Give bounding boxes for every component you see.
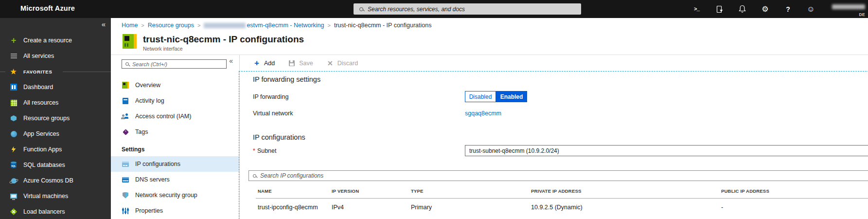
- main-content: + Add Save ✕ Discard IP forwarding setti…: [240, 55, 868, 219]
- menu-items: Overview Activity log Access control (IA…: [111, 77, 239, 219]
- column-header-ip-version[interactable]: IP VERSION: [330, 181, 409, 199]
- close-icon: ✕: [326, 59, 334, 67]
- dns-icon: [122, 176, 129, 183]
- balancer-icon: [10, 208, 18, 216]
- page-title: trust-nic-q8ecmm - IP configurations: [143, 34, 304, 45]
- cell-name: trust-ipconfig-q8ecmm: [256, 199, 330, 216]
- grid-icon: [10, 99, 18, 107]
- column-header-type[interactable]: TYPE: [409, 181, 529, 199]
- title-block: trust-nic-q8ecmm - IP configurations Net…: [123, 34, 304, 52]
- sidebar-item-virtual-machines[interactable]: Virtual machines: [0, 188, 111, 204]
- search-icon: [359, 7, 363, 11]
- account-menu[interactable]: DE: [832, 2, 865, 17]
- section-title-ip-forwarding: IP forwarding settings: [253, 75, 868, 83]
- cell-public-ip: -: [719, 199, 868, 216]
- table-row[interactable]: trust-ipconfig-q8ecmm IPv4 Primary 10.9.…: [256, 199, 868, 216]
- left-sidebar: « + Create a resource All services ★ FAV…: [0, 18, 111, 219]
- ip-configurations-search-input[interactable]: Search IP configurations: [248, 170, 868, 181]
- feedback-smiley-icon[interactable]: ☺: [807, 5, 815, 14]
- toggle-option-disabled[interactable]: Disabled: [465, 91, 496, 102]
- sidebar-item-create-a-resource[interactable]: + Create a resource: [0, 33, 111, 48]
- sliders-icon: [122, 207, 129, 215]
- database-icon: [10, 161, 18, 169]
- sidebar-item-dashboard[interactable]: Dashboard: [0, 79, 111, 95]
- user-name-redacted: [832, 4, 865, 9]
- access-control-icon: [122, 112, 129, 120]
- column-header-private-ip[interactable]: PRIVATE IP ADDRESS: [529, 181, 719, 199]
- search-icon: [253, 174, 256, 178]
- star-icon: ★: [10, 68, 18, 75]
- ip-forwarding-label: IP forwarding: [253, 93, 465, 100]
- notifications-bell-icon[interactable]: [738, 5, 746, 14]
- sidebar-item-app-services[interactable]: App Services: [0, 126, 111, 142]
- help-icon[interactable]: ?: [784, 5, 792, 14]
- sidebar-item-load-balancers[interactable]: Load balancers: [0, 204, 111, 219]
- breadcrumb-home[interactable]: Home: [122, 22, 138, 29]
- network-interface-icon: [123, 34, 137, 49]
- brand-logo[interactable]: Microsoft Azure: [20, 4, 75, 12]
- cell-private-ip: 10.9.2.5 (Dynamic): [529, 199, 719, 216]
- directory-label: DE: [832, 12, 865, 17]
- menu-section-settings: Settings: [111, 143, 239, 156]
- cube-icon: [10, 114, 18, 122]
- subnet-select[interactable]: trust-subnet-q8ecmm (10.9.2.0/24): [465, 145, 868, 156]
- favorites-divider: [63, 72, 111, 72]
- settings-panel: IP forwarding settings IP forwarding Dis…: [239, 71, 868, 219]
- virtual-network-link[interactable]: sgqaq8ecmm: [465, 110, 501, 117]
- breadcrumb-separator: >: [141, 22, 144, 28]
- sidebar-items: + Create a resource All services ★ FAVOR…: [0, 18, 111, 219]
- save-button[interactable]: Save: [288, 59, 313, 67]
- subnet-label: *Subnet: [253, 147, 465, 154]
- table-header-row: NAME IP VERSION TYPE PRIVATE IP ADDRESS …: [256, 181, 868, 199]
- toggle-option-enabled[interactable]: Enabled: [496, 91, 527, 102]
- settings-gear-icon[interactable]: ⚙: [761, 5, 769, 14]
- breadcrumb-separator: >: [328, 22, 331, 28]
- sidebar-item-azure-cosmos-db[interactable]: Azure Cosmos DB: [0, 173, 111, 188]
- menu-item-activity-log[interactable]: Activity log: [111, 93, 239, 109]
- breadcrumb-resource-groups[interactable]: Resource groups: [148, 22, 194, 29]
- virtual-network-field: Virtual network sgqaq8ecmm: [253, 110, 868, 117]
- sidebar-item-resource-groups[interactable]: Resource groups: [0, 110, 111, 126]
- sidebar-item-all-services[interactable]: All services: [0, 48, 111, 64]
- azure-portal: Microsoft Azure Search resources, servic…: [0, 0, 868, 219]
- lightning-icon: [10, 146, 18, 153]
- globe-icon: [10, 130, 18, 138]
- menu-item-network-security-group[interactable]: Network security group: [111, 187, 239, 203]
- top-bar: Microsoft Azure Search resources, servic…: [0, 0, 868, 18]
- save-floppy-icon: [288, 59, 296, 67]
- ip-configurations-table: NAME IP VERSION TYPE PRIVATE IP ADDRESS …: [256, 181, 868, 216]
- favorites-header: ★ FAVORITES: [0, 64, 111, 79]
- ip-configurations-icon: [122, 160, 129, 168]
- monitor-icon: [10, 192, 18, 200]
- column-header-name[interactable]: NAME: [256, 181, 330, 199]
- resource-menu: « Search (Ctrl+/) Overview Activity log …: [111, 55, 240, 219]
- sidebar-item-function-apps[interactable]: Function Apps: [0, 142, 111, 157]
- column-header-public-ip[interactable]: PUBLIC IP ADDRESS: [719, 181, 868, 199]
- global-search-input[interactable]: Search resources, services, and docs: [354, 3, 581, 15]
- search-icon: [125, 62, 129, 66]
- breadcrumb-separator: >: [197, 22, 200, 28]
- breadcrumb: Home > Resource groups > estvm-q8ecmm - …: [122, 22, 431, 29]
- menu-item-properties[interactable]: Properties: [111, 203, 239, 219]
- sidebar-item-all-resources[interactable]: All resources: [0, 95, 111, 110]
- list-icon: [10, 52, 18, 60]
- required-marker: *: [253, 147, 255, 154]
- discard-button[interactable]: ✕ Discard: [326, 59, 358, 67]
- breadcrumb-vm-networking[interactable]: estvm-q8ecmm - Networking: [204, 22, 324, 29]
- menu-item-access-control[interactable]: Access control (IAM): [111, 109, 239, 124]
- page-subtitle: Network interface: [143, 46, 304, 52]
- add-button[interactable]: + Add: [253, 59, 275, 67]
- menu-item-dns-servers[interactable]: DNS servers: [111, 172, 239, 187]
- planet-icon: [10, 177, 18, 184]
- sidebar-collapse-icon[interactable]: «: [102, 20, 106, 28]
- menu-item-tags[interactable]: Tags: [111, 124, 239, 140]
- plus-icon: +: [10, 36, 18, 44]
- cloud-shell-icon[interactable]: >_: [692, 5, 701, 14]
- command-toolbar: + Add Save ✕ Discard: [240, 55, 868, 71]
- menu-search-input[interactable]: Search (Ctrl+/): [122, 59, 227, 69]
- menu-collapse-icon[interactable]: «: [229, 57, 233, 65]
- directory-filter-icon[interactable]: [715, 5, 724, 14]
- sidebar-item-sql-databases[interactable]: SQL databases: [0, 157, 111, 173]
- menu-item-ip-configurations[interactable]: IP configurations: [111, 156, 239, 172]
- menu-item-overview[interactable]: Overview: [111, 77, 239, 93]
